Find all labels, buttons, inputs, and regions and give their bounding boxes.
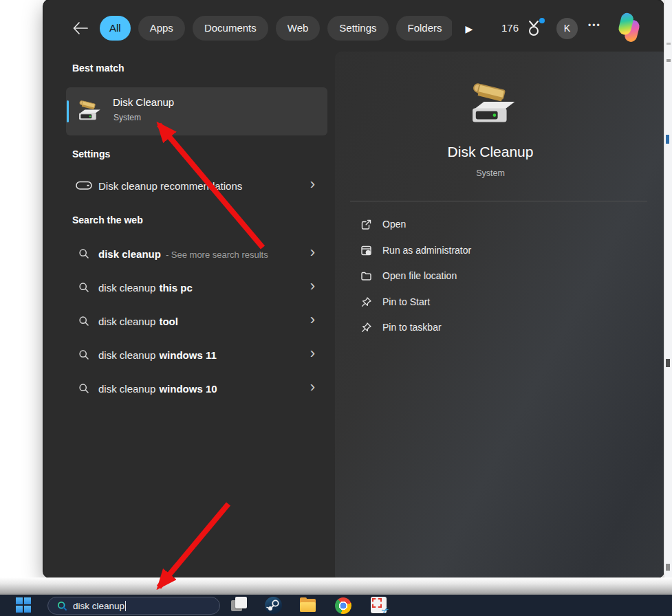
taskbar: disk cleanup ✂ bbox=[0, 595, 672, 616]
text-caret bbox=[125, 601, 126, 611]
taskbar-search-value: disk cleanup bbox=[73, 601, 124, 611]
desktop-background-strip bbox=[0, 578, 672, 595]
background-window-edge bbox=[664, 0, 672, 595]
suggestion-text: this pc bbox=[159, 282, 192, 294]
chevron-right-icon[interactable]: › bbox=[310, 175, 315, 193]
action-pin-to-taskbar[interactable]: Pin to taskbar bbox=[350, 315, 639, 340]
suggestion-text: disk cleanup bbox=[98, 282, 155, 294]
app-squares-icon[interactable] bbox=[231, 597, 248, 614]
action-label: Pin to taskbar bbox=[382, 322, 442, 333]
filter-web[interactable]: Web bbox=[276, 16, 321, 41]
best-match-header: Best match bbox=[72, 63, 124, 74]
action-label: Open bbox=[382, 219, 406, 230]
filter-folders[interactable]: Folders bbox=[396, 16, 452, 41]
settings-result-label: Disk cleanup recommendations bbox=[98, 180, 242, 192]
storage-icon bbox=[76, 177, 92, 194]
chevron-right-icon[interactable]: › bbox=[310, 311, 315, 329]
chevron-right-icon[interactable]: › bbox=[310, 378, 315, 396]
detail-app-title: Disk Cleanup bbox=[335, 144, 646, 160]
filter-all[interactable]: All bbox=[100, 16, 131, 41]
back-button[interactable] bbox=[71, 19, 90, 38]
rewards-icon[interactable] bbox=[526, 19, 544, 38]
web-suggestion-row[interactable]: disk cleanupwindows 10 › bbox=[66, 373, 327, 404]
best-match-result-disk-cleanup[interactable]: Disk Cleanup System bbox=[66, 87, 327, 135]
suggestion-text: windows 10 bbox=[159, 383, 217, 395]
folder-icon bbox=[360, 270, 372, 282]
detail-divider bbox=[350, 201, 647, 201]
detail-app-subtitle: System bbox=[335, 168, 646, 178]
web-suggestion-row[interactable]: disk cleanupthis pc › bbox=[66, 272, 327, 302]
suggestion-text: tool bbox=[159, 316, 178, 327]
filter-pill-strip: All Apps Documents Web Settings Folders … bbox=[100, 16, 452, 41]
taskbar-search-input[interactable]: disk cleanup bbox=[47, 597, 220, 615]
filter-documents[interactable]: Documents bbox=[193, 16, 268, 41]
search-icon bbox=[76, 380, 92, 397]
action-run-as-administrator[interactable]: Run as administrator bbox=[350, 238, 639, 263]
copilot-icon[interactable] bbox=[613, 11, 646, 44]
run-admin-icon bbox=[360, 245, 372, 256]
suggestion-text: disk cleanup bbox=[98, 248, 161, 260]
suggestion-text: disk cleanup bbox=[98, 349, 155, 361]
result-detail-panel: Disk Cleanup System Open bbox=[335, 52, 664, 578]
filter-apps[interactable]: Apps bbox=[138, 16, 185, 41]
best-match-subtitle: System bbox=[113, 113, 141, 122]
action-pin-to-start[interactable]: Pin to Start bbox=[350, 289, 639, 314]
search-icon bbox=[76, 346, 92, 363]
action-label: Run as administrator bbox=[382, 245, 471, 256]
rewards-notification-dot bbox=[539, 18, 545, 23]
suggestion-text: disk cleanup bbox=[98, 316, 155, 327]
best-match-title: Disk Cleanup bbox=[113, 96, 174, 108]
action-open[interactable]: Open bbox=[350, 212, 639, 236]
settings-section-header: Settings bbox=[72, 148, 110, 160]
search-icon bbox=[57, 601, 67, 611]
windows-start-icon[interactable] bbox=[16, 597, 31, 613]
pin-icon bbox=[360, 322, 372, 333]
screen-capture-icon[interactable]: ✂ bbox=[371, 597, 388, 614]
web-suggestion-row[interactable]: disk cleanup- See more search results › bbox=[66, 239, 327, 269]
rewards-points-count: 176 bbox=[501, 22, 519, 34]
action-open-file-location[interactable]: Open file location bbox=[350, 263, 639, 288]
chevron-right-icon[interactable]: › bbox=[310, 277, 315, 295]
account-avatar[interactable]: K bbox=[556, 18, 578, 39]
chevron-right-icon[interactable]: › bbox=[310, 243, 315, 261]
action-label: Open file location bbox=[382, 270, 457, 281]
disk-cleanup-icon bbox=[75, 100, 101, 123]
web-suggestion-row[interactable]: disk cleanuptool › bbox=[66, 306, 327, 336]
pin-icon bbox=[360, 296, 372, 308]
open-external-icon bbox=[360, 219, 372, 230]
screenshot-root: All Apps Documents Web Settings Folders … bbox=[0, 0, 672, 616]
search-icon bbox=[76, 245, 92, 262]
disk-cleanup-icon-large bbox=[463, 83, 518, 129]
suggestion-note: - See more search results bbox=[166, 250, 268, 260]
more-options-icon[interactable]: ••• bbox=[588, 21, 601, 30]
settings-result-row[interactable]: Disk cleanup recommendations › bbox=[66, 170, 327, 201]
suggestion-text: windows 11 bbox=[159, 349, 216, 361]
action-label: Pin to Start bbox=[382, 296, 430, 307]
scroll-filters-right-icon[interactable]: ▶ bbox=[461, 21, 477, 37]
chevron-right-icon[interactable]: › bbox=[310, 344, 315, 362]
steam-icon[interactable] bbox=[265, 597, 282, 614]
filter-settings[interactable]: Settings bbox=[327, 16, 388, 41]
selection-accent-bar bbox=[67, 100, 69, 122]
search-flyout-window: All Apps Documents Web Settings Folders … bbox=[43, 0, 664, 578]
search-icon bbox=[76, 279, 92, 296]
web-section-header: Search the web bbox=[72, 214, 143, 226]
suggestion-text: disk cleanup bbox=[98, 383, 155, 395]
web-suggestion-row[interactable]: disk cleanupwindows 11 › bbox=[66, 340, 327, 370]
search-icon bbox=[76, 313, 92, 329]
file-explorer-icon[interactable] bbox=[299, 597, 316, 614]
scissors-glyph: ✂ bbox=[380, 604, 392, 616]
chrome-icon[interactable] bbox=[335, 597, 352, 615]
